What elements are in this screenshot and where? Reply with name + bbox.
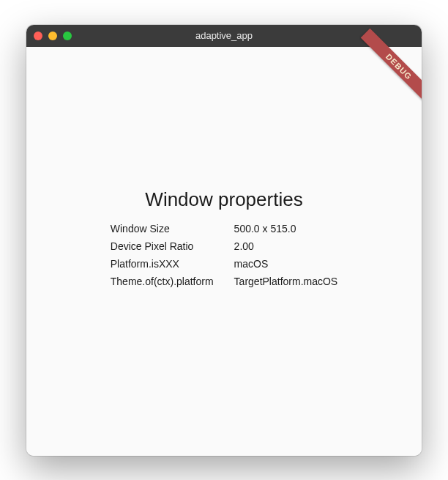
- property-value: TargetPlatform.macOS: [234, 276, 338, 287]
- window-maximize-button[interactable]: [63, 32, 72, 40]
- page-title: Window properties: [111, 188, 337, 211]
- properties-panel: Window properties Window Size 500.0 x 51…: [111, 188, 337, 287]
- property-key: Theme.of(ctx).platform: [111, 276, 214, 287]
- traffic-lights: [34, 32, 72, 40]
- property-key: Device Pixel Ratio: [111, 240, 214, 252]
- window-minimize-button[interactable]: [48, 32, 57, 40]
- property-key: Platform.isXXX: [111, 258, 214, 270]
- content-area: DEBUG Window properties Window Size 500.…: [26, 47, 422, 456]
- property-key: Window Size: [111, 223, 214, 235]
- app-window: adaptive_app DEBUG Window properties Win…: [26, 25, 422, 456]
- window-close-button[interactable]: [34, 32, 42, 40]
- properties-grid: Window Size 500.0 x 515.0 Device Pixel R…: [111, 223, 337, 287]
- property-value: macOS: [234, 258, 338, 270]
- property-value: 500.0 x 515.0: [234, 223, 338, 235]
- property-value: 2.00: [234, 240, 338, 252]
